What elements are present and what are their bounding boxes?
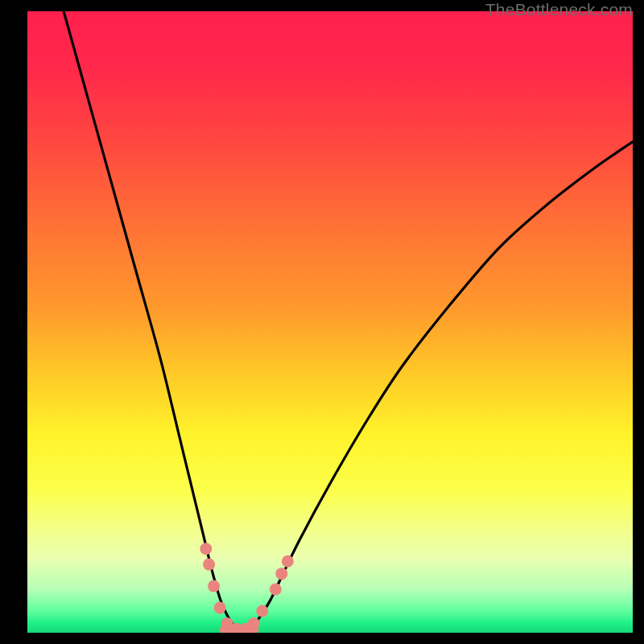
plot-area bbox=[27, 11, 633, 633]
svg-rect-0 bbox=[27, 11, 633, 633]
chart-frame: TheBottleneck.com bbox=[0, 0, 644, 644]
background-gradient bbox=[27, 11, 633, 633]
watermark-text: TheBottleneck.com bbox=[485, 0, 633, 19]
